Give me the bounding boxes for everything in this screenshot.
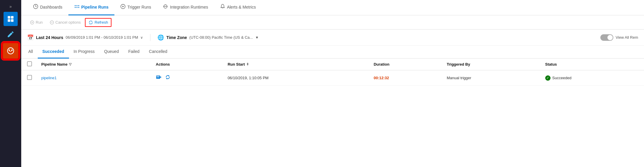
svg-rect-24 xyxy=(157,76,158,77)
tab-integration-runtimes[interactable]: Integration Runtimes xyxy=(157,0,214,15)
row-triggered-by-cell: Manual trigger xyxy=(442,70,540,86)
status-tab-all-label: All xyxy=(28,49,33,54)
svg-rect-2 xyxy=(8,19,10,22)
row-actions-cell xyxy=(151,70,223,86)
tab-trigger-runs-label: Trigger Runs xyxy=(127,5,151,9)
th-checkbox xyxy=(21,59,37,70)
refresh-button[interactable]: Refresh xyxy=(85,18,112,27)
svg-rect-1 xyxy=(11,16,14,19)
tab-dashboards[interactable]: Dashboards xyxy=(27,0,68,15)
svg-rect-11 xyxy=(76,7,77,8)
run-button[interactable]: Run xyxy=(27,19,46,26)
pipeline-icon xyxy=(6,47,15,55)
cancel-icon xyxy=(50,20,54,25)
main-content: Dashboards Pipeline Runs Trigger Runs In… xyxy=(21,0,644,167)
tab-dashboards-label: Dashboards xyxy=(40,5,63,9)
sidebar-item-pipeline[interactable] xyxy=(2,43,19,59)
run-button-label: Run xyxy=(36,20,43,25)
timezone-value: (UTC-08:00) Pacific Time (US & Ca... xyxy=(189,35,253,40)
tab-alerts-metrics[interactable]: Alerts & Metrics xyxy=(214,0,262,15)
pipeline-runs-tab-icon xyxy=(74,4,80,10)
th-pipeline-name: Pipeline Name ▽ xyxy=(37,59,151,70)
timezone-section: 🌐 Time Zone (UTC-08:00) Pacific Time (US… xyxy=(157,34,259,41)
status-tab-cancelled[interactable]: Cancelled xyxy=(144,46,172,59)
run-start-sort-icon[interactable]: ⇕ xyxy=(246,62,249,66)
status-tab-succeeded[interactable]: Succeeded xyxy=(38,46,69,59)
svg-point-5 xyxy=(9,49,10,51)
rerun-action-icon[interactable] xyxy=(165,74,171,82)
cancel-options-button[interactable]: Cancel options xyxy=(47,19,84,26)
th-duration-label: Duration xyxy=(374,62,389,67)
tab-pipeline-runs-label: Pipeline Runs xyxy=(81,5,109,9)
th-actions-label: Actions xyxy=(156,62,170,67)
run-icon xyxy=(30,20,34,25)
svg-point-6 xyxy=(11,49,13,51)
tab-integration-runtimes-label: Integration Runtimes xyxy=(170,5,208,9)
tab-pipeline-runs[interactable]: Pipeline Runs xyxy=(68,0,115,15)
date-range-label: Last 24 Hours xyxy=(36,35,63,40)
status-tab-failed-label: Failed xyxy=(128,49,139,54)
th-status: Status xyxy=(540,59,644,70)
status-tabs: All Succeeded In Progress Queued Failed … xyxy=(21,46,644,59)
filter-divider xyxy=(150,34,150,41)
run-action-icon[interactable] xyxy=(156,74,162,82)
status-tab-queued-label: Queued xyxy=(104,49,119,54)
status-tab-queued[interactable]: Queued xyxy=(99,46,124,59)
pipeline-runs-table-container: Pipeline Name ▽ Actions Run Start ⇕ xyxy=(21,59,644,167)
dashboards-tab-icon xyxy=(33,4,38,10)
status-tab-failed[interactable]: Failed xyxy=(124,46,144,59)
date-range-dropdown[interactable]: ∨ xyxy=(140,35,143,40)
pipeline-name-filter-icon[interactable]: ▽ xyxy=(69,62,71,66)
row-status-label: Succeeded xyxy=(552,76,571,80)
cancel-options-label: Cancel options xyxy=(55,20,81,25)
sidebar-collapse-btn[interactable]: » xyxy=(0,2,21,11)
svg-rect-8 xyxy=(75,5,75,6)
svg-rect-13 xyxy=(78,7,79,8)
date-range-section: 📅 Last 24 Hours 06/09/2019 1:01 PM - 06/… xyxy=(27,34,143,41)
svg-rect-0 xyxy=(8,16,10,19)
row-duration-cell: 00:12:32 xyxy=(369,70,442,86)
th-pipeline-name-label: Pipeline Name xyxy=(41,62,68,67)
row-pipeline-name[interactable]: pipeline1 xyxy=(41,76,57,80)
status-tab-cancelled-label: Cancelled xyxy=(149,49,167,54)
refresh-icon xyxy=(88,20,93,25)
globe-icon: 🌐 xyxy=(157,34,164,41)
row-duration: 00:12:32 xyxy=(374,76,389,80)
sidebar: » xyxy=(0,0,21,167)
select-all-checkbox[interactable] xyxy=(27,61,32,66)
timezone-label: Time Zone xyxy=(166,35,187,40)
svg-point-4 xyxy=(8,48,14,54)
status-success-icon: ✓ xyxy=(545,75,551,81)
row-run-start-cell: 06/10/2019, 1:10:05 PM xyxy=(223,70,369,86)
trigger-runs-tab-icon xyxy=(120,4,126,10)
th-status-label: Status xyxy=(545,62,557,67)
svg-marker-15 xyxy=(123,6,124,7)
svg-rect-23 xyxy=(156,76,160,79)
tab-trigger-runs[interactable]: Trigger Runs xyxy=(114,0,157,15)
th-run-start-label: Run Start xyxy=(228,62,245,67)
sidebar-item-edit[interactable] xyxy=(4,27,18,41)
row-triggered-by: Manual trigger xyxy=(447,76,471,80)
row-checkbox[interactable] xyxy=(27,75,32,80)
status-tab-succeeded-label: Succeeded xyxy=(42,49,64,54)
alerts-metrics-tab-icon xyxy=(220,4,225,10)
date-range-value: 06/09/2019 1:01 PM - 06/10/2019 1:01 PM xyxy=(66,35,138,40)
svg-rect-3 xyxy=(11,19,14,22)
status-tab-all[interactable]: All xyxy=(27,46,38,59)
pipeline-runs-table: Pipeline Name ▽ Actions Run Start ⇕ xyxy=(21,59,644,86)
top-nav: Dashboards Pipeline Runs Trigger Runs In… xyxy=(21,0,644,15)
status-tab-in-progress[interactable]: In Progress xyxy=(69,46,100,59)
sidebar-item-dashboards[interactable] xyxy=(4,12,18,26)
timezone-dropdown[interactable]: ▼ xyxy=(255,35,259,40)
th-triggered-by: Triggered By xyxy=(442,59,540,70)
svg-rect-25 xyxy=(158,76,160,77)
row-run-start: 06/10/2019, 1:10:05 PM xyxy=(228,76,269,80)
status-tab-in-progress-label: In Progress xyxy=(74,49,95,54)
svg-rect-26 xyxy=(157,77,159,78)
row-checkbox-cell xyxy=(21,70,37,86)
view-all-toggle-container: View All Rem xyxy=(600,34,638,41)
view-all-toggle[interactable] xyxy=(600,34,613,41)
row-actions xyxy=(156,74,218,82)
row-status-cell: ✓ Succeeded xyxy=(540,70,644,86)
svg-rect-9 xyxy=(75,7,75,8)
